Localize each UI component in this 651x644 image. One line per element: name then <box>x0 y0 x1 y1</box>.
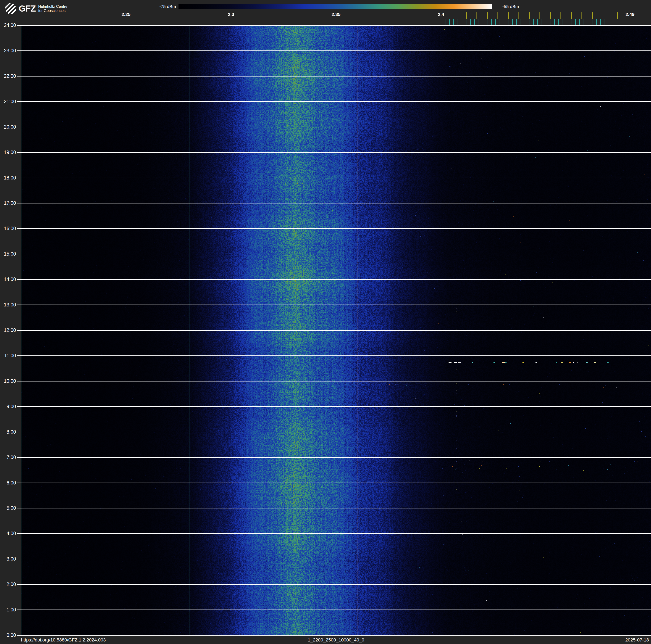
hour-label: 16:00 <box>0 226 16 231</box>
channel-tick-cyan <box>474 19 475 25</box>
channel-tick-cyan <box>491 19 492 25</box>
channel-tick-yellow <box>466 12 467 19</box>
hour-gridline <box>17 76 651 77</box>
freq-tick-minor <box>399 19 399 25</box>
freq-tick-label: 2.4 <box>438 12 444 17</box>
channel-tick-cyan <box>521 19 521 25</box>
hour-label: 22:00 <box>0 73 16 79</box>
freq-tick-minor <box>315 19 315 25</box>
channel-tick-cyan <box>504 19 504 25</box>
hour-gridline <box>17 279 651 280</box>
hour-label: 2:00 <box>0 581 16 587</box>
freq-tick-minor <box>357 19 357 25</box>
channel-tick-yellow <box>571 12 571 19</box>
channel-tick-yellow <box>487 12 488 19</box>
channel-tick-yellow <box>617 12 618 19</box>
hour-gridline <box>17 101 651 102</box>
hour-label: 8:00 <box>0 429 16 435</box>
hour-label: 10:00 <box>0 378 16 384</box>
hour-gridline <box>17 51 651 51</box>
freq-tick-minor <box>273 19 273 25</box>
channel-tick-cyan <box>466 19 466 25</box>
freq-tick-minor <box>42 19 42 25</box>
hour-label: 17:00 <box>0 200 16 206</box>
hour-label: 12:00 <box>0 327 16 333</box>
freq-tick-minor <box>378 19 378 25</box>
channel-tick-yellow <box>650 12 650 19</box>
hour-gridline <box>17 559 651 559</box>
hour-label: 4:00 <box>0 530 16 536</box>
freq-tick-label: 2.25 <box>122 12 131 17</box>
channel-tick-cyan <box>487 19 488 25</box>
channel-tick-cyan <box>546 19 546 25</box>
hour-gridline <box>17 330 651 331</box>
hour-gridline <box>17 152 651 153</box>
hour-label: 15:00 <box>0 251 16 257</box>
hour-label: 6:00 <box>0 480 16 486</box>
freq-tick-minor <box>84 19 84 25</box>
channel-tick-yellow <box>550 12 551 19</box>
hour-gridline <box>17 127 651 127</box>
channel-tick-cyan <box>500 19 500 25</box>
frequency-axis: 2.252.32.352.42.49 <box>0 0 651 25</box>
channel-tick-cyan <box>517 19 517 25</box>
channel-tick-cyan <box>596 19 597 25</box>
channel-tick-cyan <box>588 19 588 25</box>
hour-gridline <box>17 203 651 203</box>
hour-label: 14:00 <box>0 276 16 282</box>
hour-gridline <box>17 406 651 407</box>
channel-tick-yellow <box>497 12 498 19</box>
hour-gridline <box>17 457 651 458</box>
channel-tick-cyan <box>592 19 592 25</box>
hour-label: 18:00 <box>0 175 16 181</box>
hour-label: 3:00 <box>0 556 16 562</box>
channel-tick-cyan <box>525 19 525 25</box>
freq-tick-minor <box>420 19 420 25</box>
channel-tick-cyan <box>458 19 458 25</box>
dataset-id-text: 1_2200_2500_10000_40_0 <box>21 637 651 643</box>
channel-tick-cyan <box>554 19 555 25</box>
hour-label: 24:00 <box>0 22 16 28</box>
hour-label: 13:00 <box>0 302 16 308</box>
freq-tick-major <box>441 19 441 25</box>
hour-label: 5:00 <box>0 505 16 511</box>
channel-tick-cyan <box>563 19 563 25</box>
hour-label: 21:00 <box>0 98 16 105</box>
channel-tick-cyan <box>579 19 580 25</box>
channel-tick-cyan <box>537 19 538 25</box>
hour-gridline <box>17 482 651 483</box>
freq-tick-minor <box>252 19 252 25</box>
channel-tick-cyan <box>600 19 601 25</box>
hour-label: 11:00 <box>0 353 16 358</box>
channel-tick-yellow <box>519 12 519 19</box>
channel-tick-cyan <box>512 19 513 25</box>
channel-tick-cyan <box>470 19 471 25</box>
hour-label: 20:00 <box>0 124 16 130</box>
channel-tick-cyan <box>529 19 529 25</box>
freq-tick-label: 2.3 <box>228 12 235 17</box>
hour-gridline <box>17 584 651 585</box>
freq-tick-minor <box>63 19 63 25</box>
freq-tick-minor <box>147 19 147 25</box>
channel-tick-yellow <box>592 12 593 19</box>
hour-gridline <box>17 432 651 432</box>
channel-tick-cyan <box>609 19 609 25</box>
channel-tick-cyan <box>533 19 534 25</box>
hour-gridline <box>17 304 651 305</box>
channel-tick-cyan <box>541 19 542 25</box>
channel-tick-cyan <box>495 19 496 25</box>
freq-tick-minor <box>189 19 189 25</box>
hour-label: 1:00 <box>0 607 16 613</box>
channel-tick-yellow <box>476 12 477 19</box>
hour-label: 0:00 <box>0 632 16 638</box>
freq-tick-minor <box>168 19 168 25</box>
freq-tick-minor <box>294 19 294 25</box>
freq-tick-major <box>630 19 630 25</box>
channel-tick-cyan <box>483 19 483 25</box>
channel-tick-cyan <box>567 19 567 25</box>
channel-tick-cyan <box>550 19 550 25</box>
freq-tick-minor <box>210 19 210 25</box>
hour-label: 23:00 <box>0 48 16 54</box>
channel-tick-cyan <box>558 19 559 25</box>
hour-gridline <box>17 355 651 356</box>
